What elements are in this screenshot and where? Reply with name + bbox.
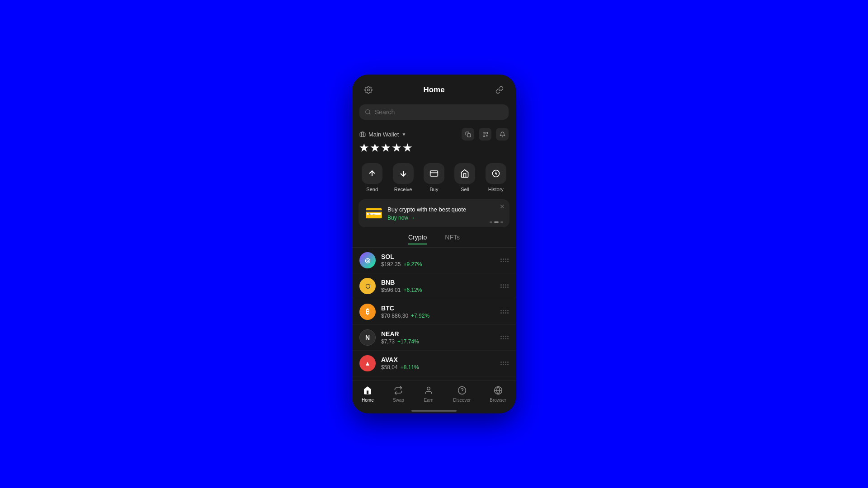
bnb-change: +6.12%	[403, 287, 422, 293]
banner-emoji: 💳	[365, 205, 383, 222]
tab-crypto[interactable]: Crypto	[408, 234, 427, 244]
receive-label: Receive	[394, 187, 412, 192]
banner-dots	[490, 221, 503, 223]
history-button[interactable]: History	[486, 163, 506, 192]
sell-button[interactable]: Sell	[454, 163, 475, 192]
bnb-info: BNB $596,01 +6.12%	[381, 279, 495, 293]
svg-rect-6	[483, 132, 485, 134]
home-nav-icon	[362, 385, 373, 396]
banner-close-button[interactable]: ✕	[500, 203, 505, 210]
list-item[interactable]: ▲ AVAX $58,04 +8.11%	[352, 351, 516, 376]
list-item[interactable]: ⬡ BNB $596,01 +6.12%	[352, 273, 516, 299]
sol-symbol: SOL	[381, 253, 495, 260]
send-button[interactable]: Send	[362, 163, 382, 192]
btc-logo: ₿	[359, 304, 376, 320]
sol-logo: ◎	[359, 252, 376, 268]
app-header: Home	[352, 75, 516, 102]
svg-rect-7	[486, 132, 487, 134]
phone-app: Home Main Wallet ▼	[352, 75, 516, 413]
bottom-navigation: Home Swap Earn	[352, 380, 516, 410]
search-input[interactable]	[375, 108, 503, 116]
svg-rect-8	[483, 135, 485, 136]
sol-more[interactable]	[500, 258, 509, 262]
buy-button[interactable]: Buy	[424, 163, 444, 192]
avax-change: +8.11%	[401, 364, 419, 371]
near-info: NEAR $7,73 +17.74%	[381, 330, 495, 345]
earn-nav-label: Earn	[424, 398, 433, 403]
banner-dot-1	[490, 221, 492, 223]
bnb-price: $596,01	[381, 287, 401, 293]
home-nav-label: Home	[362, 398, 374, 403]
promo-banner: 💳 Buy crypto with the best quote Buy now…	[359, 199, 509, 227]
svg-rect-5	[467, 133, 470, 136]
near-symbol: NEAR	[381, 330, 495, 338]
discover-nav-label: Discover	[453, 398, 471, 403]
avax-price-row: $58,04 +8.11%	[381, 364, 495, 371]
svg-point-1	[366, 110, 370, 114]
banner-dot-2	[494, 221, 499, 223]
wallet-dropdown-icon[interactable]: ▼	[401, 132, 406, 137]
sol-price-row: $192,35 +9.27%	[381, 261, 495, 267]
btc-change: +7.92%	[411, 313, 429, 319]
btc-price-row: $70 886,30 +7.92%	[381, 313, 495, 319]
nav-home[interactable]: Home	[362, 385, 374, 403]
avax-info: AVAX $58,04 +8.11%	[381, 356, 495, 371]
banner-dot-3	[500, 221, 503, 223]
banner-content: Buy crypto with the best quote Buy now →	[387, 206, 503, 221]
bnb-more[interactable]	[500, 284, 509, 288]
tab-nfts[interactable]: NFTs	[445, 234, 460, 244]
buy-icon	[424, 163, 444, 184]
near-more[interactable]	[500, 336, 509, 339]
list-item[interactable]: M MATIC $0,89 +5.20%	[352, 376, 516, 380]
crypto-list: ◎ SOL $192,35 +9.27% ⬡ BNB $596,01 +6.12…	[352, 248, 516, 380]
nav-earn[interactable]: Earn	[423, 385, 434, 403]
banner-title: Buy crypto with the best quote	[387, 206, 503, 213]
swap-nav-label: Swap	[393, 398, 404, 403]
nav-swap[interactable]: Swap	[393, 385, 404, 403]
history-label: History	[488, 187, 504, 192]
btc-info: BTC $70 886,30 +7.92%	[381, 305, 495, 319]
svg-line-2	[369, 113, 371, 115]
avax-logo: ▲	[359, 355, 376, 371]
page-title: Home	[423, 85, 444, 94]
link-button[interactable]	[492, 83, 507, 97]
sell-icon	[454, 163, 475, 184]
wallet-action-icons	[462, 128, 509, 141]
wallet-name: Main Wallet	[368, 131, 399, 138]
avax-more[interactable]	[500, 361, 509, 365]
sell-label: Sell	[461, 187, 469, 192]
receive-button[interactable]: Receive	[393, 163, 414, 192]
search-icon	[365, 109, 371, 115]
banner-link[interactable]: Buy now →	[387, 215, 503, 221]
nav-discover[interactable]: Discover	[453, 385, 471, 403]
wallet-section: Main Wallet ▼	[352, 124, 516, 158]
list-item[interactable]: ◎ SOL $192,35 +9.27%	[352, 248, 516, 273]
receive-icon	[393, 163, 414, 184]
notifications-button[interactable]	[496, 128, 509, 141]
near-price-row: $7,73 +17.74%	[381, 338, 495, 345]
sol-info: SOL $192,35 +9.27%	[381, 253, 495, 267]
list-item[interactable]: N NEAR $7,73 +17.74%	[352, 325, 516, 351]
discover-nav-icon	[457, 385, 467, 396]
copy-wallet-button[interactable]	[462, 128, 474, 141]
list-item[interactable]: ₿ BTC $70 886,30 +7.92%	[352, 299, 516, 325]
browser-nav-label: Browser	[490, 398, 506, 403]
btc-price: $70 886,30	[381, 313, 408, 319]
btc-more[interactable]	[500, 310, 509, 314]
near-logo: N	[359, 329, 376, 346]
svg-point-14	[495, 173, 496, 174]
wallet-name-row: Main Wallet ▼	[359, 131, 406, 138]
near-price: $7,73	[381, 338, 395, 345]
nav-browser[interactable]: Browser	[490, 385, 506, 403]
browser-nav-icon	[493, 385, 504, 396]
send-label: Send	[366, 187, 378, 192]
history-icon	[486, 163, 506, 184]
svg-line-4	[360, 131, 365, 137]
earn-nav-icon	[423, 385, 434, 396]
send-icon	[362, 163, 382, 184]
search-bar[interactable]	[359, 104, 509, 120]
wallet-top-row: Main Wallet ▼	[359, 128, 509, 141]
buy-label: Buy	[429, 187, 438, 192]
scan-button[interactable]	[479, 128, 491, 141]
settings-button[interactable]	[361, 83, 376, 97]
